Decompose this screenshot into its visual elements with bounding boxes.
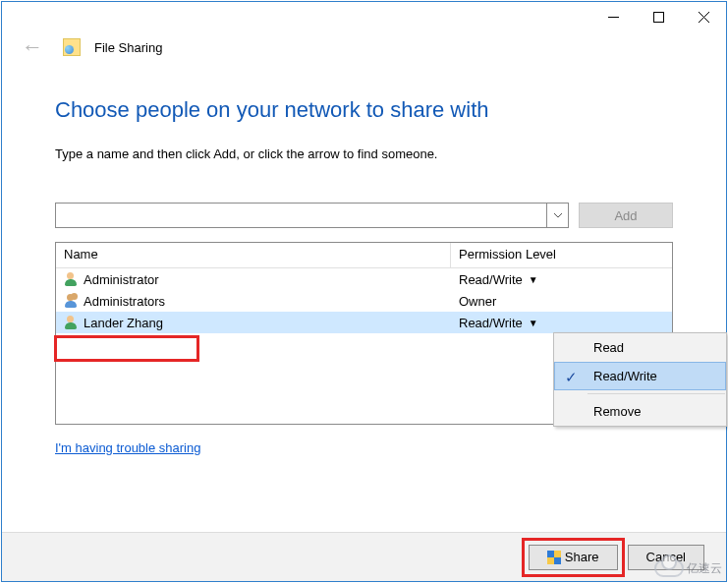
header-title: File Sharing — [94, 40, 162, 55]
check-icon: ✓ — [565, 369, 578, 386]
row-permission: Owner — [459, 294, 496, 309]
back-arrow-icon[interactable]: ← — [22, 36, 43, 58]
table-body: AdministratorRead/Write▼AdministratorsOw… — [56, 268, 672, 333]
group-icon — [64, 294, 78, 308]
page-heading: Choose people on your network to share w… — [55, 97, 673, 123]
minimize-button[interactable] — [590, 2, 636, 31]
page-subtext: Type a name and then click Add, or click… — [55, 146, 673, 161]
svg-rect-1 — [653, 12, 663, 22]
user-icon — [64, 316, 78, 329]
table-row[interactable]: AdministratorRead/Write▼ — [56, 268, 672, 290]
row-name: Lander Zhang — [84, 316, 163, 330]
folder-share-icon — [63, 38, 81, 56]
menu-item-label: Read — [593, 340, 624, 355]
table-row[interactable]: Lander ZhangRead/Write▼ — [56, 312, 672, 333]
share-button[interactable]: Share — [529, 545, 618, 570]
menu-item-read[interactable]: Read — [554, 333, 726, 362]
row-permission: Read/Write — [459, 272, 523, 287]
user-input[interactable] — [56, 204, 546, 227]
footer: Share Cancel — [2, 532, 726, 581]
col-permission[interactable]: Permission Level — [451, 243, 672, 267]
menu-separator — [588, 393, 725, 394]
chevron-down-icon[interactable]: ▼ — [529, 318, 538, 328]
user-icon — [64, 272, 78, 286]
menu-item-label: Remove — [593, 404, 641, 419]
close-button[interactable] — [681, 2, 726, 31]
share-button-label: Share — [565, 550, 599, 564]
add-button[interactable]: Add — [579, 203, 673, 228]
row-permission: Read/Write — [459, 316, 523, 330]
combo-dropdown-button[interactable] — [546, 204, 568, 227]
maximize-button[interactable] — [636, 2, 681, 31]
cancel-button[interactable]: Cancel — [628, 545, 704, 570]
permission-context-menu: Read✓Read/WriteRemove — [553, 332, 727, 427]
user-combo[interactable] — [55, 203, 569, 228]
header-row: ← File Sharing — [2, 34, 726, 68]
shield-icon — [547, 551, 561, 564]
col-name[interactable]: Name — [56, 243, 451, 267]
table-header: Name Permission Level — [56, 243, 672, 268]
cancel-button-label: Cancel — [646, 550, 686, 564]
row-name: Administrator — [84, 272, 159, 287]
titlebar — [2, 2, 726, 34]
help-link[interactable]: I'm having trouble sharing — [55, 440, 200, 455]
menu-item-read-write[interactable]: ✓Read/Write — [554, 362, 726, 390]
add-user-row: Add — [55, 203, 673, 228]
file-sharing-window: ← File Sharing Choose people on your net… — [1, 1, 727, 582]
table-row[interactable]: AdministratorsOwner — [56, 290, 672, 312]
menu-item-remove[interactable]: Remove — [554, 397, 726, 426]
menu-item-label: Read/Write — [593, 369, 657, 383]
row-name: Administrators — [84, 294, 165, 309]
chevron-down-icon[interactable]: ▼ — [529, 274, 538, 285]
